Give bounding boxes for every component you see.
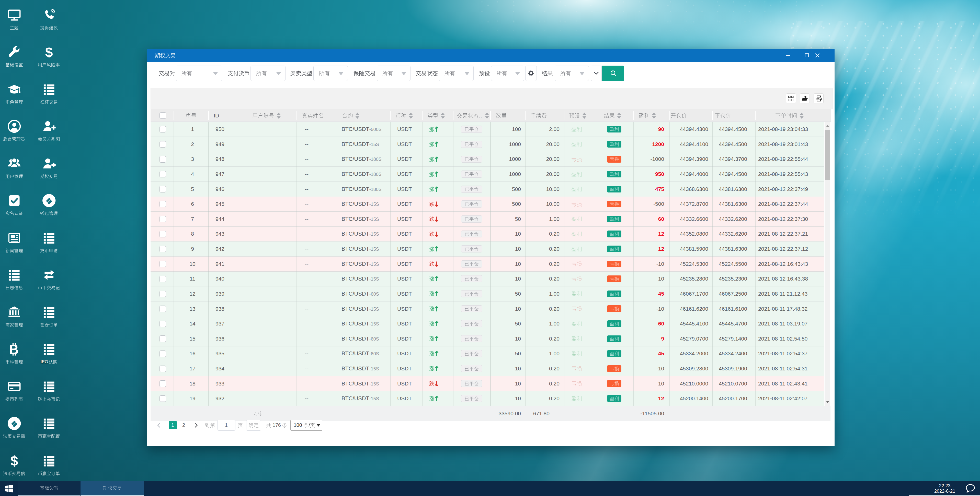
svg-text:$: $ — [11, 454, 18, 468]
svg-text:B: B — [9, 342, 19, 357]
svg-text:$: $ — [45, 45, 53, 59]
